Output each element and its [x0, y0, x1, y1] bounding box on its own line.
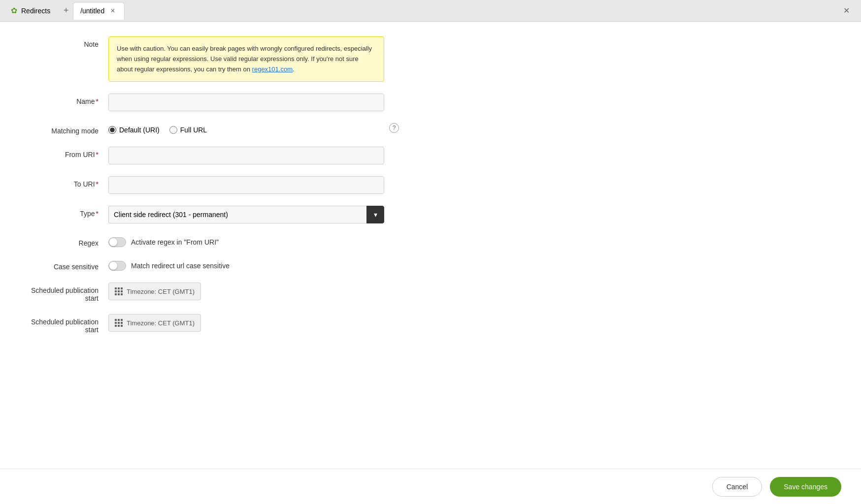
- regex-toggle-label: Activate regex in "From URI": [131, 238, 219, 246]
- cancel-button[interactable]: Cancel: [712, 477, 762, 497]
- type-required-star: *: [96, 210, 99, 218]
- scheduled-pub-start-label: Scheduled publication start: [20, 283, 108, 302]
- note-field: Use with caution. You can easily break p…: [108, 36, 384, 82]
- scheduled-pub-start-row: Scheduled publication start Timezone: CE…: [20, 283, 424, 302]
- note-suffix: .: [293, 65, 295, 73]
- matching-mode-label: Matching mode: [20, 123, 108, 135]
- type-select-wrapper: Client side redirect (301 - permanent) ▾: [108, 206, 384, 223]
- scheduled-pub-start-timezone: Timezone: CET (GMT1): [127, 288, 195, 295]
- radio-default-uri-input[interactable]: [108, 126, 116, 134]
- case-sensitive-toggle-label: Match redirect url case sensitive: [131, 262, 230, 270]
- matching-mode-field: Default (URI) Full URL: [108, 123, 384, 134]
- scheduled-pub-start-field: Timezone: CET (GMT1): [108, 283, 384, 300]
- regex101-link[interactable]: regex101.com: [252, 65, 293, 73]
- tab-close-button[interactable]: ✕: [108, 6, 117, 15]
- matching-mode-row: Matching mode Default (URI) Full URL ?: [20, 123, 424, 135]
- matching-mode-help-icon[interactable]: ?: [389, 123, 399, 133]
- radio-full-url[interactable]: Full URL: [169, 126, 207, 134]
- case-sensitive-toggle-row: Match redirect url case sensitive: [108, 259, 384, 271]
- main-content: Note Use with caution. You can easily br…: [0, 22, 861, 469]
- scheduled-pub-end-timezone: Timezone: CET (GMT1): [127, 319, 195, 327]
- tab-untitled[interactable]: /untitled ✕: [73, 2, 125, 20]
- radio-full-url-label: Full URL: [180, 126, 207, 134]
- regex-label: Regex: [20, 235, 108, 247]
- scheduled-pub-end-picker[interactable]: Timezone: CET (GMT1): [108, 314, 201, 332]
- from-uri-input[interactable]: [108, 147, 384, 164]
- type-row: Type* Client side redirect (301 - perman…: [20, 206, 424, 223]
- note-box: Use with caution. You can easily break p…: [108, 36, 384, 82]
- matching-mode-radio-group: Default (URI) Full URL: [108, 123, 384, 134]
- type-dropdown-button[interactable]: ▾: [366, 206, 384, 223]
- scheduled-pub-end-row: Scheduled publication start Timezone: CE…: [20, 314, 424, 334]
- from-uri-required-star: *: [96, 151, 99, 158]
- tab-redirects[interactable]: ✿ Redirects: [4, 2, 57, 20]
- tab-bar: ✿ Redirects + /untitled ✕ ✕: [0, 0, 861, 22]
- name-row: Name*: [20, 94, 424, 111]
- case-sensitive-field: Match redirect url case sensitive: [108, 259, 384, 271]
- name-required-star: *: [96, 97, 99, 105]
- regex-toggle[interactable]: [108, 237, 126, 247]
- scheduled-pub-end-field: Timezone: CET (GMT1): [108, 314, 384, 332]
- note-row: Note Use with caution. You can easily br…: [20, 36, 424, 82]
- to-uri-input[interactable]: [108, 176, 384, 194]
- regex-row: Regex Activate regex in "From URI": [20, 235, 424, 247]
- tab-redirects-label: Redirects: [21, 7, 50, 15]
- to-uri-field: [108, 176, 384, 194]
- bottom-bar: Cancel Save changes: [0, 469, 861, 504]
- window-close-button[interactable]: ✕: [839, 4, 853, 18]
- save-changes-button[interactable]: Save changes: [770, 477, 841, 497]
- radio-default-uri-label: Default (URI): [119, 126, 160, 134]
- case-sensitive-row: Case sensitive Match redirect url case s…: [20, 259, 424, 271]
- scheduled-pub-end-label: Scheduled publication start: [20, 314, 108, 334]
- regex-field: Activate regex in "From URI": [108, 235, 384, 247]
- to-uri-row: To URI*: [20, 176, 424, 194]
- from-uri-field: [108, 147, 384, 164]
- radio-full-url-input[interactable]: [169, 126, 177, 134]
- note-label: Note: [20, 36, 108, 48]
- to-uri-required-star: *: [96, 180, 99, 188]
- type-field: Client side redirect (301 - permanent) ▾: [108, 206, 384, 223]
- case-sensitive-label: Case sensitive: [20, 259, 108, 271]
- type-label: Type*: [20, 206, 108, 218]
- from-uri-label: From URI*: [20, 147, 108, 158]
- regex-toggle-row: Activate regex in "From URI": [108, 235, 384, 247]
- form-container: Note Use with caution. You can easily br…: [0, 22, 443, 360]
- name-label: Name*: [20, 94, 108, 105]
- to-uri-label: To URI*: [20, 176, 108, 188]
- note-text: Use with caution. You can easily break p…: [117, 45, 372, 73]
- case-sensitive-toggle[interactable]: [108, 261, 126, 271]
- radio-default-uri[interactable]: Default (URI): [108, 126, 160, 134]
- from-uri-row: From URI*: [20, 147, 424, 164]
- new-tab-button[interactable]: +: [59, 4, 73, 18]
- scheduled-pub-start-picker[interactable]: Timezone: CET (GMT1): [108, 283, 201, 300]
- calendar-end-icon: [115, 319, 123, 327]
- type-select[interactable]: Client side redirect (301 - permanent): [108, 206, 366, 223]
- calendar-start-icon: [115, 287, 123, 295]
- chevron-down-icon: ▾: [374, 211, 377, 219]
- leaf-icon: ✿: [11, 6, 17, 15]
- tab-untitled-label: /untitled: [80, 7, 104, 15]
- name-input[interactable]: [108, 94, 384, 111]
- name-field: [108, 94, 384, 111]
